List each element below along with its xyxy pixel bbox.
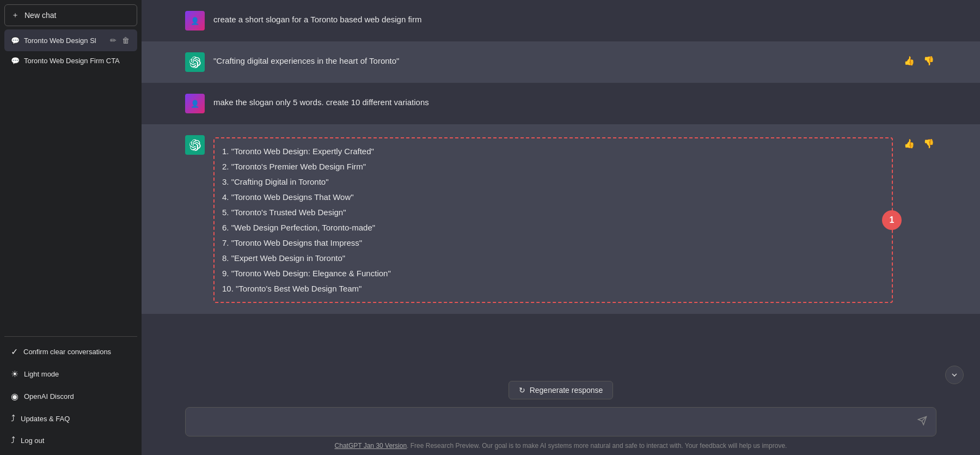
chat-list: 💬 Toronto Web Design Sl ✏ 🗑 💬 Toronto We… <box>4 29 137 332</box>
slogan-item-2: 2. "Toronto's Premier Web Design Firm" <box>222 159 884 174</box>
edit-chat-button[interactable]: ✏ <box>109 35 118 46</box>
logout-button[interactable]: ⤴ Log out <box>4 430 137 451</box>
slogan-num-1: 1. <box>222 147 231 156</box>
external-link-icon: ⤴ <box>11 414 15 423</box>
send-button[interactable] <box>915 414 929 430</box>
chat-item-toronto-web-design-sl[interactable]: 💬 Toronto Web Design Sl ✏ 🗑 <box>4 29 137 51</box>
slogan-list: 1. "Toronto Web Design: Expertly Crafted… <box>222 144 884 296</box>
slogan-num-5: 5. <box>222 208 231 217</box>
chatgpt-avatar-2 <box>185 135 205 155</box>
chat-item-toronto-web-design-firm-cta[interactable]: 💬 Toronto Web Design Firm CTA <box>4 51 137 70</box>
footer-description: . Free Research Preview. Our goal is to … <box>407 442 787 450</box>
thumbs-up-button-2[interactable]: 👍 <box>902 137 917 150</box>
new-chat-button[interactable]: ＋ New chat <box>4 4 137 26</box>
delete-chat-button[interactable]: 🗑 <box>121 35 131 46</box>
message-text-user-1: create a short slogan for a Toronto base… <box>213 11 936 26</box>
regenerate-label: Regenerate response <box>530 386 603 395</box>
chat-item-label: Toronto Web Design Sl <box>24 37 105 45</box>
chat-messages: 👤 create a short slogan for a Toronto ba… <box>142 0 980 375</box>
openai-discord-button[interactable]: ◉ OpenAI Discord <box>4 386 137 407</box>
chat-icon: 💬 <box>11 37 20 45</box>
message-text-ai-1: "Crafting digital experiences in the hea… <box>213 52 893 68</box>
confirm-clear-button[interactable]: ✓ Confirm clear conversations <box>4 341 137 362</box>
slogan-num-7: 7. <box>222 238 231 247</box>
slogan-num-10: 10. <box>222 284 236 293</box>
message-content-ai-2: 1. "Toronto Web Design: Expertly Crafted… <box>213 135 893 303</box>
slogan-item-5: 5. "Toronto's Trusted Web Design" <box>222 205 884 220</box>
chat-input[interactable] <box>186 408 936 436</box>
slogan-item-10: 10. "Toronto's Best Web Design Team" <box>222 281 884 296</box>
light-mode-button[interactable]: ☀ Light mode <box>4 363 137 385</box>
slogan-item-9: 9. "Toronto Web Design: Elegance & Funct… <box>222 266 884 281</box>
new-chat-label: New chat <box>24 11 56 20</box>
slogan-num-2: 2. <box>222 162 231 171</box>
slogan-item-1: 1. "Toronto Web Design: Expertly Crafted… <box>222 144 884 159</box>
thumbs-up-button-1[interactable]: 👍 <box>902 54 917 67</box>
discord-icon: ◉ <box>11 391 19 402</box>
slogan-item-8: 8. "Expert Web Design in Toronto" <box>222 251 884 266</box>
regenerate-icon: ↻ <box>519 386 525 395</box>
slogan-num-9: 9. <box>222 269 231 278</box>
input-area <box>142 403 980 440</box>
light-mode-label: Light mode <box>24 370 59 378</box>
slogan-num-4: 4. <box>222 192 231 202</box>
slogan-item-3: 3. "Crafting Digital in Toronto" <box>222 174 884 190</box>
main-chat-area: 👤 create a short slogan for a Toronto ba… <box>142 0 980 455</box>
updates-faq-button[interactable]: ⤴ Updates & FAQ <box>4 408 137 429</box>
chat-icon-2: 💬 <box>11 57 20 65</box>
message-actions-ai-2: 👍 👎 <box>902 135 936 150</box>
updates-faq-label: Updates & FAQ <box>21 415 70 423</box>
message-text-user-2: make the slogan only 5 words. create 10 … <box>213 94 936 109</box>
chatgpt-version-link[interactable]: ChatGPT Jan 30 Version <box>335 442 407 450</box>
slogan-item-4: 4. "Toronto Web Designs That Wow" <box>222 190 884 205</box>
message-row-user-1: 👤 create a short slogan for a Toronto ba… <box>142 0 980 41</box>
regenerate-button[interactable]: ↻ Regenerate response <box>509 381 614 399</box>
message-actions-ai-1: 👍 👎 <box>902 52 936 67</box>
logout-icon: ⤴ <box>11 435 15 445</box>
chat-item-actions: ✏ 🗑 <box>109 35 131 46</box>
chat-item-label-2: Toronto Web Design Firm CTA <box>24 57 131 65</box>
thumbs-down-button-2[interactable]: 👎 <box>921 137 936 150</box>
message-row-ai-1: "Crafting digital experiences in the hea… <box>142 41 980 83</box>
slogan-num-6: 6. <box>222 223 231 232</box>
highlighted-slogan-box: 1. "Toronto Web Design: Expertly Crafted… <box>213 137 893 303</box>
message-row-ai-2: 1. "Toronto Web Design: Expertly Crafted… <box>142 124 980 314</box>
slogan-item-6: 6. "Web Design Perfection, Toronto-made" <box>222 220 884 235</box>
annotation-badge-1: 1 <box>882 210 902 230</box>
chatgpt-avatar-1 <box>185 52 205 72</box>
user-avatar-2: 👤 <box>185 94 205 113</box>
slogan-item-7: 7. "Toronto Web Designs that Impress" <box>222 235 884 251</box>
sidebar-bottom: ✓ Confirm clear conversations ☀ Light mo… <box>4 341 137 451</box>
regenerate-area: ↻ Regenerate response <box>142 375 980 403</box>
logout-label: Log out <box>21 436 44 445</box>
slogan-num-8: 8. <box>222 253 231 263</box>
plus-icon: ＋ <box>11 10 19 20</box>
scroll-down-button[interactable] <box>945 366 964 384</box>
openai-discord-label: OpenAI Discord <box>24 392 74 401</box>
slogan-num-3: 3. <box>222 177 231 186</box>
user-avatar-1: 👤 <box>185 11 205 31</box>
sun-icon: ☀ <box>11 369 19 379</box>
message-row-user-2: 👤 make the slogan only 5 words. create 1… <box>142 83 980 124</box>
input-wrapper <box>185 407 936 436</box>
thumbs-down-button-1[interactable]: 👎 <box>921 54 936 67</box>
sidebar-divider <box>4 336 137 337</box>
footer-text: ChatGPT Jan 30 Version. Free Research Pr… <box>142 440 980 455</box>
sidebar: ＋ New chat 💬 Toronto Web Design Sl ✏ 🗑 💬… <box>0 0 142 455</box>
checkmark-icon: ✓ <box>11 347 18 357</box>
confirm-clear-label: Confirm clear conversations <box>23 348 111 356</box>
